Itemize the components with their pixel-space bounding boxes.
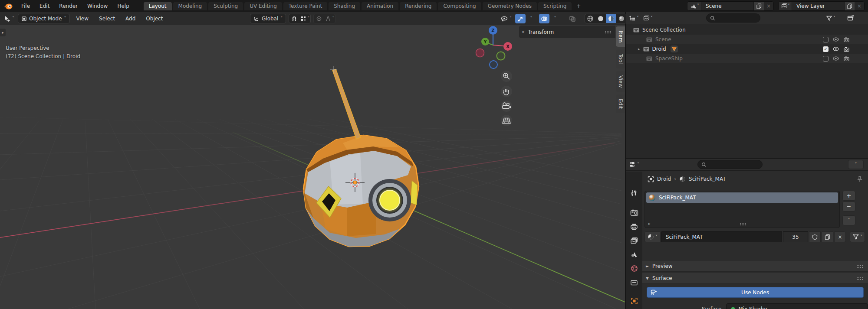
shading-solid-button[interactable] bbox=[595, 14, 606, 23]
sidebar-tab-view[interactable]: View bbox=[616, 71, 625, 92]
toolbar-expand-arrow[interactable]: ▸ bbox=[0, 29, 6, 36]
sidebar-tab-item[interactable]: Item bbox=[616, 26, 625, 47]
menu-window[interactable]: Window bbox=[82, 0, 112, 12]
scene-datablock-icon[interactable]: ˅ bbox=[687, 2, 701, 10]
workspace-tab-uv-editing[interactable]: UV Editing bbox=[244, 2, 282, 10]
gizmo-axis-y[interactable]: Y bbox=[481, 38, 489, 46]
exclude-checkbox[interactable]: ✓ bbox=[823, 46, 829, 52]
proportional-falloff-dropdown[interactable]: ˅ bbox=[324, 14, 335, 23]
unlink-material-button[interactable]: × bbox=[834, 231, 846, 242]
material-slot-selected[interactable]: SciFiPack_MAT bbox=[646, 192, 838, 203]
show-gizmo-toggle[interactable] bbox=[515, 14, 526, 23]
tab-object[interactable] bbox=[627, 294, 641, 307]
gizmo-settings-dropdown[interactable]: ˅ bbox=[526, 14, 536, 23]
mode-dropdown[interactable]: Object Mode ˅ bbox=[18, 14, 70, 23]
xray-toggle[interactable] bbox=[567, 14, 578, 23]
new-scene-button[interactable] bbox=[753, 2, 764, 10]
outliner-search-input[interactable] bbox=[706, 13, 760, 23]
outliner-display-mode-dropdown[interactable]: ˅ bbox=[642, 13, 654, 23]
visibility-dropdown[interactable]: ˅ bbox=[499, 14, 513, 23]
menu-edit[interactable]: Edit bbox=[35, 0, 54, 12]
new-material-button[interactable] bbox=[822, 231, 833, 242]
editor-type-dropdown[interactable]: ˅ bbox=[628, 160, 640, 169]
menu-add[interactable]: Add bbox=[122, 12, 139, 25]
disable-render-camera-icon[interactable] bbox=[843, 37, 850, 42]
preview-panel-header[interactable]: ► Preview bbox=[642, 261, 868, 272]
exclude-checkbox[interactable] bbox=[823, 56, 829, 62]
zoom-button[interactable] bbox=[501, 71, 512, 82]
new-view-layer-button[interactable] bbox=[844, 2, 855, 10]
tab-render[interactable] bbox=[627, 206, 641, 219]
menu-select[interactable]: Select bbox=[95, 12, 119, 25]
sidebar-tab-edit[interactable]: Edit bbox=[616, 94, 625, 113]
menu-object[interactable]: Object bbox=[142, 12, 167, 25]
slot-expand-arrow[interactable]: ▸ bbox=[648, 221, 651, 226]
editor-type-dropdown[interactable]: ˅ bbox=[628, 13, 640, 23]
active-tool-dropdown[interactable]: ˅ bbox=[3, 14, 15, 23]
expand-arrow-icon[interactable]: ▸ bbox=[638, 47, 640, 51]
menu-help[interactable]: Help bbox=[112, 0, 134, 12]
show-overlays-toggle[interactable] bbox=[539, 14, 549, 23]
gizmo-axis-neg-x[interactable] bbox=[476, 49, 484, 57]
material-filter-dropdown[interactable]: ˅ bbox=[850, 231, 865, 242]
outliner-row-spaceship[interactable]: SpaceShip bbox=[626, 54, 868, 63]
tab-view-layer[interactable] bbox=[627, 234, 641, 247]
tab-world[interactable] bbox=[627, 262, 641, 275]
exclude-checkbox[interactable] bbox=[823, 37, 829, 42]
overlays-settings-dropdown[interactable]: ˅ bbox=[550, 14, 560, 23]
panel-drag-grip[interactable] bbox=[856, 265, 864, 268]
slot-specials-dropdown[interactable]: ˅ bbox=[842, 215, 855, 225]
menu-render[interactable]: Render bbox=[54, 0, 82, 12]
gizmo-axis-z[interactable]: Z bbox=[489, 26, 497, 35]
shading-rendered-button[interactable] bbox=[616, 14, 627, 23]
view-layer-name[interactable]: View Layer bbox=[792, 3, 844, 9]
menu-view[interactable]: View bbox=[72, 12, 92, 25]
transform-panel-header[interactable]: ▸ Transform bbox=[519, 26, 615, 38]
scene-name[interactable]: Scene bbox=[701, 3, 753, 9]
workspace-tab-sculpting[interactable]: Sculpting bbox=[208, 2, 243, 10]
workspace-tab-rendering[interactable]: Rendering bbox=[400, 2, 437, 10]
surface-shader-field[interactable]: Mix Shader bbox=[726, 303, 868, 309]
pan-hand-button[interactable] bbox=[501, 86, 512, 97]
menu-file[interactable]: File bbox=[16, 0, 35, 12]
disable-render-camera-icon[interactable] bbox=[843, 46, 850, 52]
workspace-tab-modeling[interactable]: Modeling bbox=[173, 2, 207, 10]
snap-toggle[interactable] bbox=[289, 14, 299, 23]
snap-settings-dropdown[interactable]: ˅ bbox=[299, 14, 310, 23]
add-slot-button[interactable]: + bbox=[842, 191, 855, 201]
tab-output[interactable] bbox=[627, 220, 641, 233]
new-collection-button[interactable] bbox=[845, 13, 856, 23]
properties-search-input[interactable] bbox=[697, 160, 763, 169]
gizmo-axis-neg-z[interactable] bbox=[490, 61, 497, 68]
tab-scene[interactable] bbox=[627, 248, 641, 261]
workspace-tab-compositing[interactable]: Compositing bbox=[438, 2, 481, 10]
gizmo-axis-x[interactable]: X bbox=[503, 42, 512, 51]
list-resize-grip[interactable] bbox=[740, 222, 747, 225]
sidebar-tab-tool[interactable]: Tool bbox=[616, 49, 625, 68]
tab-tool[interactable] bbox=[627, 186, 641, 199]
blender-logo-icon[interactable] bbox=[3, 1, 13, 11]
use-nodes-button[interactable]: Use Nodes bbox=[647, 287, 864, 298]
workspace-tab-layout[interactable]: Layout bbox=[144, 2, 172, 10]
hide-eye-icon[interactable] bbox=[832, 37, 839, 42]
material-users-count[interactable]: 35 bbox=[783, 231, 808, 242]
fake-user-button[interactable] bbox=[809, 231, 821, 242]
perspective-toggle-button[interactable] bbox=[501, 115, 512, 126]
viewport-canvas[interactable]: Z Y X bbox=[0, 25, 625, 309]
workspace-tab-shading[interactable]: Shading bbox=[329, 2, 360, 10]
view-layer-icon[interactable]: ˅ bbox=[779, 2, 792, 10]
panel-drag-grip[interactable] bbox=[605, 30, 612, 33]
workspace-tab-animation[interactable]: Animation bbox=[362, 2, 398, 10]
workspace-tab-scripting[interactable]: Scripting bbox=[538, 2, 572, 10]
scene-3d-view[interactable]: Z Y X bbox=[0, 25, 625, 309]
material-slot-list[interactable]: SciFiPack_MAT ▸ bbox=[644, 191, 840, 228]
hide-eye-icon[interactable] bbox=[832, 56, 839, 61]
breadcrumb-object[interactable]: Droid bbox=[657, 176, 671, 182]
surface-panel-header[interactable]: ▼ Surface bbox=[642, 273, 868, 284]
workspace-tab-geometry-nodes[interactable]: Geometry Nodes bbox=[483, 2, 537, 10]
outliner-filter-dropdown[interactable]: ˅ bbox=[825, 13, 836, 23]
browse-material-dropdown[interactable]: ˅ bbox=[644, 231, 661, 242]
panel-drag-grip[interactable] bbox=[856, 277, 864, 280]
outliner-row-scene[interactable]: Scene bbox=[626, 35, 868, 44]
proportional-editing-toggle[interactable] bbox=[314, 14, 324, 23]
